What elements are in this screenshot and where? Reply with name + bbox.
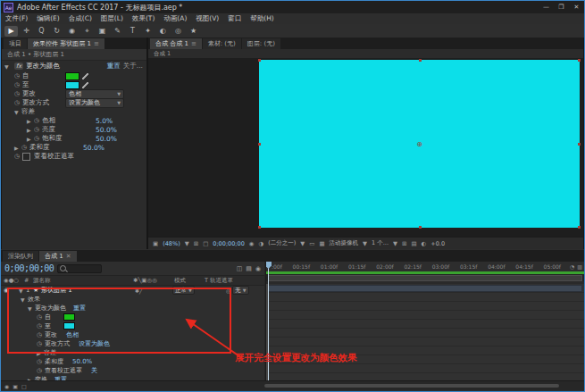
view-layout-dropdown[interactable]: 1 个... <box>372 239 389 247</box>
menu-layer[interactable]: 图层(L) <box>96 14 128 23</box>
brush-tool-icon[interactable]: ✦ <box>141 26 155 37</box>
param-value[interactable]: 关 <box>91 366 97 375</box>
group-row-tolerance[interactable]: ▶ 容差 <box>1 348 264 357</box>
draft-3d-icon[interactable]: ▤ <box>246 265 252 272</box>
layer-duration-bar[interactable] <box>268 285 582 292</box>
minimize-button[interactable]: — <box>539 4 554 11</box>
zoom-level[interactable]: (48%) <box>163 240 180 247</box>
param-value[interactable]: 5.0% <box>96 117 113 125</box>
tab-effect-controls[interactable]: 效果控件 形状图层 1 ≡ <box>28 38 104 49</box>
stopwatch-icon[interactable]: ◷ <box>14 72 22 79</box>
stopwatch-icon[interactable]: ◷ <box>37 313 45 321</box>
pen-tool-icon[interactable]: ✎ <box>111 26 124 37</box>
camera-dropdown[interactable]: 活动摄像机 <box>330 239 359 247</box>
stopwatch-icon[interactable]: ◷ <box>34 135 42 142</box>
comp-button-icon[interactable]: ▥ <box>577 263 582 270</box>
param-row-to[interactable]: ◷ 至 <box>1 321 264 330</box>
stopwatch-icon[interactable]: ◷ <box>34 117 42 124</box>
effects-group-row[interactable]: ▼ 效果 <box>1 295 264 304</box>
shy-toggle-icon[interactable]: ◉ <box>4 383 9 389</box>
timeline-search-input[interactable] <box>57 264 102 273</box>
snapshot-icon[interactable]: ◉ <box>249 240 255 247</box>
stopwatch-icon[interactable]: ◷ <box>37 340 45 347</box>
chevron-down-icon[interactable]: ▼ <box>300 240 305 247</box>
tab-project[interactable]: 项目 <box>4 38 27 49</box>
layer-handle[interactable] <box>578 59 581 62</box>
selection-tool-icon[interactable]: ▶ <box>4 26 18 37</box>
track-area[interactable] <box>266 284 584 381</box>
stopwatch-icon[interactable]: ◷ <box>14 153 22 160</box>
pixel-aspect-icon[interactable]: ⊞ <box>402 240 406 247</box>
grid-guides-icon[interactable]: ⊞ <box>194 240 198 247</box>
from-color-swatch[interactable] <box>65 72 79 80</box>
param-row-from[interactable]: ◷ 自 <box>1 313 264 321</box>
frame-blend-toggle-icon[interactable]: ▣ <box>13 383 18 389</box>
fx-badge-icon[interactable]: fx <box>14 63 23 70</box>
comp-marker-icon[interactable]: ◔ <box>570 263 574 270</box>
twirl-right-icon[interactable]: ▶ <box>14 145 21 151</box>
hand-tool-icon[interactable]: ✛ <box>20 26 33 37</box>
menu-file[interactable]: 文件(F) <box>1 14 32 23</box>
resolution-dropdown[interactable]: (二分之一) <box>268 239 296 247</box>
viewer-canvas[interactable]: ⊕ <box>148 58 583 238</box>
pan-behind-tool-icon[interactable]: ⌖ <box>80 26 94 37</box>
reset-link[interactable]: 重置 <box>73 304 86 313</box>
param-value[interactable]: 设置为颜色 <box>79 339 110 348</box>
tab-render-queue[interactable]: 渲染队列 <box>3 251 38 262</box>
pickwhip-icon[interactable]: ◎ <box>226 288 230 294</box>
param-value[interactable]: 50.0% <box>96 135 117 143</box>
stopwatch-icon[interactable]: ◷ <box>37 367 45 374</box>
parent-dropdown[interactable]: ◎无▼ <box>226 286 249 295</box>
stopwatch-icon[interactable]: ◷ <box>34 126 42 133</box>
puppet-tool-icon[interactable]: ★ <box>187 26 200 37</box>
zoom-tool-icon[interactable]: Q <box>35 26 48 37</box>
menu-window[interactable]: 窗口 <box>223 14 246 23</box>
param-value[interactable]: 50.0% <box>72 358 92 365</box>
composition-mini-flowchart-icon[interactable]: ◫ <box>237 265 243 272</box>
viewer-timecode[interactable]: 0;00;00;00 <box>213 240 245 247</box>
menu-animation[interactable]: 动画(A) <box>159 14 191 23</box>
tab-layer[interactable]: 图层: (无) <box>242 38 280 49</box>
clone-stamp-tool-icon[interactable]: ◐ <box>156 26 170 37</box>
exposure-icon[interactable]: ◐ <box>422 240 427 247</box>
layer-handle[interactable] <box>419 226 422 229</box>
graph-editor-icon[interactable]: ◉ <box>255 265 261 272</box>
stopwatch-icon[interactable]: ◷ <box>14 99 22 106</box>
layer-row[interactable]: ◉ ▼ 1 ★ 形状图层 1 ✱╱ 正常▼ ◎无▼ <box>1 286 264 295</box>
exposure-value[interactable]: +0.0 <box>430 240 445 247</box>
eraser-tool-icon[interactable]: ◎ <box>171 26 185 37</box>
layer-switches-icons[interactable]: ✱╱ <box>135 286 143 295</box>
shape-tool-icon[interactable]: ▣ <box>96 26 109 37</box>
change-dropdown[interactable]: 色相 ▼ <box>65 89 124 99</box>
column-mode[interactable]: 模式 <box>174 277 186 285</box>
eye-icon[interactable]: ◉ <box>4 286 9 295</box>
mask-visibility-icon[interactable]: □ <box>203 240 208 247</box>
twirl-right-icon[interactable]: ▶ <box>27 127 34 133</box>
close-button[interactable]: ✕ <box>569 4 584 11</box>
panel-menu-icon[interactable]: ≡ <box>94 40 99 47</box>
layer-handle[interactable] <box>258 59 261 62</box>
chevron-down-icon[interactable]: ▼ <box>185 240 189 247</box>
twirl-right-icon[interactable]: ▶ <box>27 118 34 124</box>
panel-menu-icon[interactable]: ≡ <box>191 40 196 47</box>
stopwatch-icon[interactable]: ◷ <box>14 81 22 88</box>
stopwatch-icon[interactable]: ◷ <box>37 358 45 365</box>
twirl-down-icon[interactable]: ▼ <box>21 296 28 303</box>
stopwatch-icon[interactable]: ◷ <box>21 144 29 151</box>
type-tool-icon[interactable]: T <box>126 26 139 37</box>
twirl-right-icon[interactable]: ▶ <box>37 350 44 356</box>
column-trkmat[interactable]: T 轨道遮罩 <box>205 277 233 285</box>
change-by-dropdown[interactable]: 设置为颜色 ▼ <box>65 98 124 108</box>
magnification-menu-icon[interactable]: ▣ <box>153 240 158 247</box>
layer-handle[interactable] <box>258 143 261 146</box>
horizontal-scrollbar[interactable] <box>264 384 559 388</box>
twirl-right-icon[interactable]: ▶ <box>27 136 34 142</box>
show-channel-icon[interactable]: ◑ <box>259 240 264 247</box>
tab-composition[interactable]: 合成 合成 1 ≡ <box>150 38 202 49</box>
param-row-change[interactable]: ◷ 更改 色相 <box>1 330 264 339</box>
rotation-tool-icon[interactable]: ↻ <box>50 26 63 37</box>
motion-blur-toggle-icon[interactable]: □ <box>21 383 27 389</box>
work-area-bar[interactable] <box>268 275 582 281</box>
menu-help[interactable]: 帮助(H) <box>246 14 279 23</box>
effect-row[interactable]: ▼ 更改为颜色 重置 <box>1 304 264 313</box>
